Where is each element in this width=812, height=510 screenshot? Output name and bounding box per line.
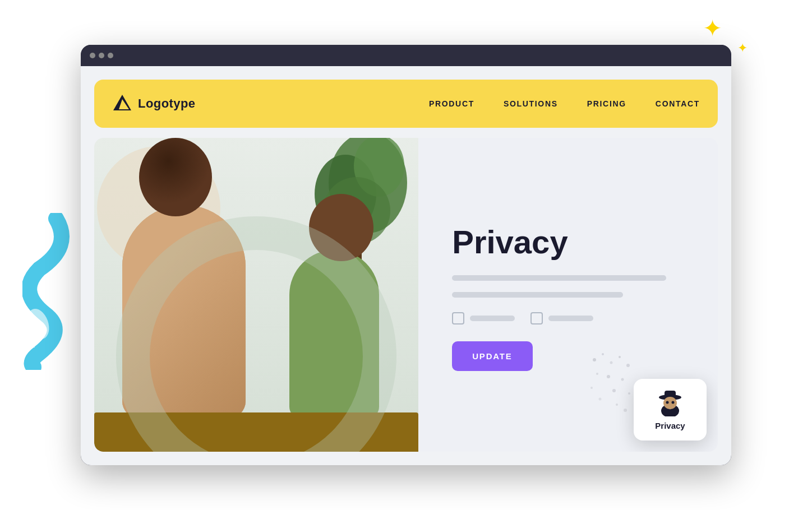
photo-adult-head xyxy=(139,138,212,216)
checkbox-1[interactable] xyxy=(452,312,464,324)
content-line-1 xyxy=(452,275,666,281)
checkbox-2[interactable] xyxy=(530,312,543,324)
hero-section: Privacy UPDATE xyxy=(94,138,718,452)
nav-item-pricing[interactable]: PRICING xyxy=(587,99,626,108)
checkbox-item-2[interactable] xyxy=(530,312,593,324)
nav-item-product[interactable]: PRODUCT xyxy=(429,99,474,108)
browser-dot-1 xyxy=(90,53,95,58)
nav-item-contact[interactable]: CONTACT xyxy=(656,99,700,108)
checkbox-row xyxy=(452,312,690,324)
browser-dot-2 xyxy=(99,53,104,58)
browser-window: Logotype PRODUCT SOLUTIONS PRICING CONTA… xyxy=(81,45,731,465)
nav-links: PRODUCT SOLUTIONS PRICING CONTACT xyxy=(429,99,700,108)
logo-area: Logotype xyxy=(112,94,429,114)
blue-squiggle-decoration xyxy=(22,213,73,370)
update-button[interactable]: UPDATE xyxy=(452,341,532,371)
hero-title: Privacy xyxy=(452,224,690,260)
svg-point-27 xyxy=(666,401,669,404)
hero-image xyxy=(94,138,418,452)
privacy-card-label: Privacy xyxy=(655,421,685,430)
browser-content: Logotype PRODUCT SOLUTIONS PRICING CONTA… xyxy=(81,66,731,465)
checkbox-item-1[interactable] xyxy=(452,312,515,324)
svg-point-26 xyxy=(663,397,677,409)
nav-item-solutions[interactable]: SOLUTIONS xyxy=(504,99,558,108)
star-small-icon: ✦ xyxy=(737,42,748,54)
star-large-icon: ✦ xyxy=(703,17,722,40)
photo-child-body xyxy=(289,250,379,418)
checkbox-1-label xyxy=(470,316,515,321)
logo-text: Logotype xyxy=(138,96,196,111)
browser-titlebar xyxy=(81,45,731,66)
navbar: Logotype PRODUCT SOLUTIONS PRICING CONTA… xyxy=(94,80,718,128)
browser-dot-3 xyxy=(108,53,113,58)
privacy-card: Privacy xyxy=(634,379,707,441)
svg-point-28 xyxy=(672,401,675,404)
logo-icon xyxy=(112,94,132,114)
photo-table xyxy=(94,412,418,452)
photo-adult-body xyxy=(122,205,246,418)
privacy-icon xyxy=(657,390,684,416)
checkbox-2-label xyxy=(548,316,593,321)
photo-child-head xyxy=(309,194,373,261)
content-line-2 xyxy=(452,292,623,298)
